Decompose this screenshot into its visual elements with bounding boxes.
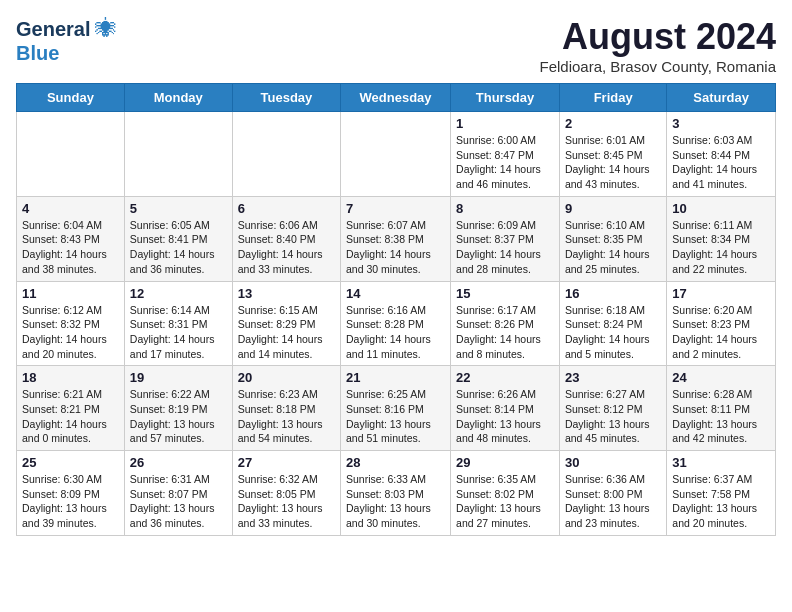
day-info: Sunrise: 6:03 AM Sunset: 8:44 PM Dayligh… — [672, 133, 770, 192]
week-row-2: 4Sunrise: 6:04 AM Sunset: 8:43 PM Daylig… — [17, 196, 776, 281]
calendar-cell: 14Sunrise: 6:16 AM Sunset: 8:28 PM Dayli… — [341, 281, 451, 366]
calendar-cell — [232, 112, 340, 197]
day-info: Sunrise: 6:32 AM Sunset: 8:05 PM Dayligh… — [238, 472, 335, 531]
day-info: Sunrise: 6:12 AM Sunset: 8:32 PM Dayligh… — [22, 303, 119, 362]
day-number: 9 — [565, 201, 661, 216]
calendar-cell — [17, 112, 125, 197]
calendar-cell: 20Sunrise: 6:23 AM Sunset: 8:18 PM Dayli… — [232, 366, 340, 451]
day-number: 28 — [346, 455, 445, 470]
week-row-5: 25Sunrise: 6:30 AM Sunset: 8:09 PM Dayli… — [17, 451, 776, 536]
day-number: 8 — [456, 201, 554, 216]
calendar-cell: 10Sunrise: 6:11 AM Sunset: 8:34 PM Dayli… — [667, 196, 776, 281]
day-info: Sunrise: 6:36 AM Sunset: 8:00 PM Dayligh… — [565, 472, 661, 531]
calendar-cell: 25Sunrise: 6:30 AM Sunset: 8:09 PM Dayli… — [17, 451, 125, 536]
week-row-4: 18Sunrise: 6:21 AM Sunset: 8:21 PM Dayli… — [17, 366, 776, 451]
day-number: 6 — [238, 201, 335, 216]
day-header-tuesday: Tuesday — [232, 84, 340, 112]
calendar-cell: 11Sunrise: 6:12 AM Sunset: 8:32 PM Dayli… — [17, 281, 125, 366]
day-number: 4 — [22, 201, 119, 216]
day-info: Sunrise: 6:35 AM Sunset: 8:02 PM Dayligh… — [456, 472, 554, 531]
logo: General 🕷 Blue — [16, 16, 117, 65]
logo-general: General 🕷 — [16, 16, 117, 42]
title-area: August 2024 Feldioara, Brasov County, Ro… — [540, 16, 777, 75]
day-number: 11 — [22, 286, 119, 301]
day-number: 1 — [456, 116, 554, 131]
day-info: Sunrise: 6:27 AM Sunset: 8:12 PM Dayligh… — [565, 387, 661, 446]
calendar-cell: 6Sunrise: 6:06 AM Sunset: 8:40 PM Daylig… — [232, 196, 340, 281]
day-number: 3 — [672, 116, 770, 131]
calendar-cell — [341, 112, 451, 197]
day-info: Sunrise: 6:30 AM Sunset: 8:09 PM Dayligh… — [22, 472, 119, 531]
calendar-cell: 5Sunrise: 6:05 AM Sunset: 8:41 PM Daylig… — [124, 196, 232, 281]
day-number: 7 — [346, 201, 445, 216]
day-info: Sunrise: 6:04 AM Sunset: 8:43 PM Dayligh… — [22, 218, 119, 277]
day-number: 21 — [346, 370, 445, 385]
calendar-cell: 30Sunrise: 6:36 AM Sunset: 8:00 PM Dayli… — [559, 451, 666, 536]
day-number: 30 — [565, 455, 661, 470]
day-info: Sunrise: 6:17 AM Sunset: 8:26 PM Dayligh… — [456, 303, 554, 362]
day-header-monday: Monday — [124, 84, 232, 112]
day-info: Sunrise: 6:10 AM Sunset: 8:35 PM Dayligh… — [565, 218, 661, 277]
calendar-cell: 2Sunrise: 6:01 AM Sunset: 8:45 PM Daylig… — [559, 112, 666, 197]
day-number: 10 — [672, 201, 770, 216]
calendar-cell: 4Sunrise: 6:04 AM Sunset: 8:43 PM Daylig… — [17, 196, 125, 281]
day-number: 5 — [130, 201, 227, 216]
calendar-cell: 21Sunrise: 6:25 AM Sunset: 8:16 PM Dayli… — [341, 366, 451, 451]
calendar-cell: 9Sunrise: 6:10 AM Sunset: 8:35 PM Daylig… — [559, 196, 666, 281]
day-number: 13 — [238, 286, 335, 301]
day-number: 27 — [238, 455, 335, 470]
calendar-cell: 1Sunrise: 6:00 AM Sunset: 8:47 PM Daylig… — [451, 112, 560, 197]
calendar-cell: 8Sunrise: 6:09 AM Sunset: 8:37 PM Daylig… — [451, 196, 560, 281]
day-number: 20 — [238, 370, 335, 385]
day-number: 2 — [565, 116, 661, 131]
day-number: 19 — [130, 370, 227, 385]
day-info: Sunrise: 6:23 AM Sunset: 8:18 PM Dayligh… — [238, 387, 335, 446]
day-number: 25 — [22, 455, 119, 470]
calendar-cell: 31Sunrise: 6:37 AM Sunset: 7:58 PM Dayli… — [667, 451, 776, 536]
day-header-wednesday: Wednesday — [341, 84, 451, 112]
day-info: Sunrise: 6:11 AM Sunset: 8:34 PM Dayligh… — [672, 218, 770, 277]
calendar-cell: 29Sunrise: 6:35 AM Sunset: 8:02 PM Dayli… — [451, 451, 560, 536]
calendar-cell: 26Sunrise: 6:31 AM Sunset: 8:07 PM Dayli… — [124, 451, 232, 536]
day-number: 22 — [456, 370, 554, 385]
day-info: Sunrise: 6:28 AM Sunset: 8:11 PM Dayligh… — [672, 387, 770, 446]
calendar-cell: 19Sunrise: 6:22 AM Sunset: 8:19 PM Dayli… — [124, 366, 232, 451]
calendar-cell: 18Sunrise: 6:21 AM Sunset: 8:21 PM Dayli… — [17, 366, 125, 451]
day-info: Sunrise: 6:14 AM Sunset: 8:31 PM Dayligh… — [130, 303, 227, 362]
days-header-row: SundayMondayTuesdayWednesdayThursdayFrid… — [17, 84, 776, 112]
logo-blue-text: Blue — [16, 42, 59, 65]
day-info: Sunrise: 6:15 AM Sunset: 8:29 PM Dayligh… — [238, 303, 335, 362]
day-info: Sunrise: 6:18 AM Sunset: 8:24 PM Dayligh… — [565, 303, 661, 362]
day-number: 24 — [672, 370, 770, 385]
day-number: 17 — [672, 286, 770, 301]
day-header-saturday: Saturday — [667, 84, 776, 112]
week-row-1: 1Sunrise: 6:00 AM Sunset: 8:47 PM Daylig… — [17, 112, 776, 197]
day-info: Sunrise: 6:05 AM Sunset: 8:41 PM Dayligh… — [130, 218, 227, 277]
day-info: Sunrise: 6:09 AM Sunset: 8:37 PM Dayligh… — [456, 218, 554, 277]
day-number: 26 — [130, 455, 227, 470]
calendar-cell: 15Sunrise: 6:17 AM Sunset: 8:26 PM Dayli… — [451, 281, 560, 366]
calendar-cell: 12Sunrise: 6:14 AM Sunset: 8:31 PM Dayli… — [124, 281, 232, 366]
day-number: 29 — [456, 455, 554, 470]
month-year-title: August 2024 — [540, 16, 777, 58]
day-number: 15 — [456, 286, 554, 301]
day-number: 23 — [565, 370, 661, 385]
day-number: 14 — [346, 286, 445, 301]
day-info: Sunrise: 6:37 AM Sunset: 7:58 PM Dayligh… — [672, 472, 770, 531]
day-number: 18 — [22, 370, 119, 385]
day-info: Sunrise: 6:07 AM Sunset: 8:38 PM Dayligh… — [346, 218, 445, 277]
day-number: 31 — [672, 455, 770, 470]
calendar-cell: 17Sunrise: 6:20 AM Sunset: 8:23 PM Dayli… — [667, 281, 776, 366]
day-info: Sunrise: 6:33 AM Sunset: 8:03 PM Dayligh… — [346, 472, 445, 531]
day-header-sunday: Sunday — [17, 84, 125, 112]
calendar-cell: 22Sunrise: 6:26 AM Sunset: 8:14 PM Dayli… — [451, 366, 560, 451]
day-header-thursday: Thursday — [451, 84, 560, 112]
day-number: 16 — [565, 286, 661, 301]
day-info: Sunrise: 6:16 AM Sunset: 8:28 PM Dayligh… — [346, 303, 445, 362]
calendar-cell: 16Sunrise: 6:18 AM Sunset: 8:24 PM Dayli… — [559, 281, 666, 366]
calendar-cell: 23Sunrise: 6:27 AM Sunset: 8:12 PM Dayli… — [559, 366, 666, 451]
day-info: Sunrise: 6:01 AM Sunset: 8:45 PM Dayligh… — [565, 133, 661, 192]
day-info: Sunrise: 6:22 AM Sunset: 8:19 PM Dayligh… — [130, 387, 227, 446]
day-info: Sunrise: 6:26 AM Sunset: 8:14 PM Dayligh… — [456, 387, 554, 446]
day-number: 12 — [130, 286, 227, 301]
